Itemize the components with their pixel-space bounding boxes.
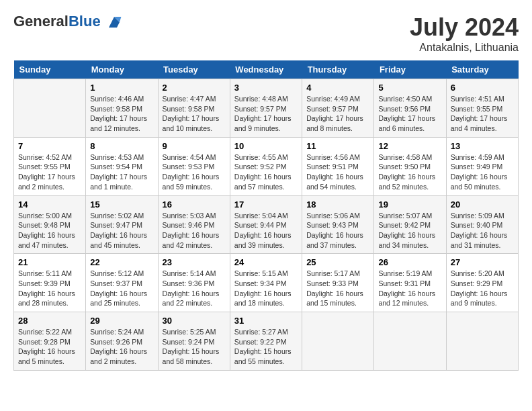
day-cell: 10Sunrise: 4:55 AMSunset: 9:52 PMDayligh… (230, 137, 302, 195)
day-info: Sunrise: 5:06 AMSunset: 9:43 PMDaylight:… (306, 211, 369, 250)
day-cell: 18Sunrise: 5:06 AMSunset: 9:43 PMDayligh… (302, 195, 374, 254)
day-info: Sunrise: 4:46 AMSunset: 9:58 PMDaylight:… (90, 94, 153, 134)
day-number: 20 (451, 199, 514, 210)
day-number: 21 (18, 257, 81, 267)
day-number: 1 (90, 83, 153, 93)
day-cell: 1Sunrise: 4:46 AMSunset: 9:58 PMDaylight… (86, 79, 158, 138)
day-cell: 13Sunrise: 4:59 AMSunset: 9:49 PMDayligh… (446, 137, 518, 195)
day-cell: 20Sunrise: 5:09 AMSunset: 9:40 PMDayligh… (446, 195, 518, 254)
day-header-sunday: Sunday (14, 60, 86, 79)
day-number: 5 (378, 83, 441, 93)
day-number: 26 (378, 257, 441, 267)
day-info: Sunrise: 5:09 AMSunset: 9:40 PMDaylight:… (451, 211, 514, 250)
day-header-friday: Friday (374, 60, 446, 79)
day-number: 22 (90, 257, 153, 267)
title-block: July 2024 Antakalnis, Lithuania (410, 13, 519, 54)
day-cell: 11Sunrise: 4:56 AMSunset: 9:51 PMDayligh… (302, 137, 374, 195)
day-cell: 24Sunrise: 5:15 AMSunset: 9:34 PMDayligh… (230, 254, 302, 312)
day-header-monday: Monday (86, 60, 158, 79)
day-number: 23 (163, 257, 226, 267)
day-number: 4 (306, 83, 369, 93)
subtitle: Antakalnis, Lithuania (410, 42, 519, 54)
day-number: 15 (90, 199, 153, 210)
day-number: 3 (234, 83, 298, 93)
day-number: 10 (234, 141, 298, 151)
day-cell: 6Sunrise: 4:51 AMSunset: 9:55 PMDaylight… (446, 79, 518, 138)
day-info: Sunrise: 5:24 AMSunset: 9:26 PMDaylight:… (90, 327, 153, 367)
day-info: Sunrise: 4:53 AMSunset: 9:54 PMDaylight:… (90, 152, 153, 192)
day-number: 17 (234, 199, 298, 210)
day-number: 6 (451, 83, 514, 93)
day-info: Sunrise: 4:47 AMSunset: 9:58 PMDaylight:… (163, 94, 226, 134)
week-row-2: 7Sunrise: 4:52 AMSunset: 9:55 PMDaylight… (14, 137, 519, 195)
day-cell: 12Sunrise: 4:58 AMSunset: 9:50 PMDayligh… (374, 137, 446, 195)
day-number: 24 (234, 257, 298, 267)
day-cell: 31Sunrise: 5:27 AMSunset: 9:22 PMDayligh… (230, 312, 302, 371)
week-row-1: 1Sunrise: 4:46 AMSunset: 9:58 PMDaylight… (14, 79, 519, 138)
day-cell: 15Sunrise: 5:02 AMSunset: 9:47 PMDayligh… (86, 195, 158, 254)
day-cell: 25Sunrise: 5:17 AMSunset: 9:33 PMDayligh… (302, 254, 374, 312)
day-cell: 17Sunrise: 5:04 AMSunset: 9:44 PMDayligh… (230, 195, 302, 254)
day-number: 9 (163, 141, 226, 151)
day-info: Sunrise: 5:02 AMSunset: 9:47 PMDaylight:… (90, 211, 153, 250)
day-info: Sunrise: 4:54 AMSunset: 9:53 PMDaylight:… (163, 152, 226, 192)
day-info: Sunrise: 4:55 AMSunset: 9:52 PMDaylight:… (234, 152, 298, 192)
day-info: Sunrise: 4:48 AMSunset: 9:57 PMDaylight:… (234, 94, 298, 134)
day-info: Sunrise: 5:14 AMSunset: 9:36 PMDaylight:… (163, 269, 226, 308)
day-header-thursday: Thursday (302, 60, 374, 79)
day-info: Sunrise: 5:04 AMSunset: 9:44 PMDaylight:… (234, 211, 298, 250)
day-number: 30 (163, 316, 226, 326)
calendar-table: SundayMondayTuesdayWednesdayThursdayFrid… (13, 60, 519, 371)
day-info: Sunrise: 5:00 AMSunset: 9:48 PMDaylight:… (18, 211, 81, 250)
day-cell: 21Sunrise: 5:11 AMSunset: 9:39 PMDayligh… (14, 254, 86, 312)
day-cell: 23Sunrise: 5:14 AMSunset: 9:36 PMDayligh… (158, 254, 230, 312)
day-info: Sunrise: 4:50 AMSunset: 9:56 PMDaylight:… (378, 94, 441, 134)
day-info: Sunrise: 5:22 AMSunset: 9:28 PMDaylight:… (18, 327, 81, 367)
day-cell: 3Sunrise: 4:48 AMSunset: 9:57 PMDaylight… (230, 79, 302, 138)
day-number: 11 (306, 141, 369, 151)
day-number: 2 (163, 83, 226, 93)
logo-icon (106, 14, 122, 30)
day-number: 19 (378, 199, 441, 210)
week-row-3: 14Sunrise: 5:00 AMSunset: 9:48 PMDayligh… (14, 195, 519, 254)
day-cell (374, 312, 446, 371)
day-cell: 16Sunrise: 5:03 AMSunset: 9:46 PMDayligh… (158, 195, 230, 254)
day-cell: 29Sunrise: 5:24 AMSunset: 9:26 PMDayligh… (86, 312, 158, 371)
week-row-5: 28Sunrise: 5:22 AMSunset: 9:28 PMDayligh… (14, 312, 519, 371)
logo: GeneralBlue (13, 13, 122, 30)
day-header-wednesday: Wednesday (230, 60, 302, 79)
day-cell: 8Sunrise: 4:53 AMSunset: 9:54 PMDaylight… (86, 137, 158, 195)
day-number: 27 (451, 257, 514, 267)
week-row-4: 21Sunrise: 5:11 AMSunset: 9:39 PMDayligh… (14, 254, 519, 312)
day-info: Sunrise: 5:15 AMSunset: 9:34 PMDaylight:… (234, 269, 298, 308)
day-cell (14, 79, 86, 138)
day-info: Sunrise: 4:56 AMSunset: 9:51 PMDaylight:… (306, 152, 369, 192)
day-cell: 5Sunrise: 4:50 AMSunset: 9:56 PMDaylight… (374, 79, 446, 138)
day-cell: 9Sunrise: 4:54 AMSunset: 9:53 PMDaylight… (158, 137, 230, 195)
day-number: 18 (306, 199, 369, 210)
day-cell: 7Sunrise: 4:52 AMSunset: 9:55 PMDaylight… (14, 137, 86, 195)
logo-general-text: General (13, 13, 69, 30)
main-title: July 2024 (410, 13, 519, 42)
day-number: 31 (234, 316, 298, 326)
day-info: Sunrise: 4:52 AMSunset: 9:55 PMDaylight:… (18, 152, 81, 192)
day-number: 7 (18, 141, 81, 151)
day-cell: 2Sunrise: 4:47 AMSunset: 9:58 PMDaylight… (158, 79, 230, 138)
page-header: GeneralBlue July 2024 Antakalnis, Lithua… (13, 13, 519, 54)
day-info: Sunrise: 4:51 AMSunset: 9:55 PMDaylight:… (451, 94, 514, 134)
day-number: 25 (306, 257, 369, 267)
day-cell (302, 312, 374, 371)
day-info: Sunrise: 5:27 AMSunset: 9:22 PMDaylight:… (234, 327, 298, 367)
header-row: SundayMondayTuesdayWednesdayThursdayFrid… (14, 60, 519, 79)
day-info: Sunrise: 5:03 AMSunset: 9:46 PMDaylight:… (163, 211, 226, 250)
day-cell: 19Sunrise: 5:07 AMSunset: 9:42 PMDayligh… (374, 195, 446, 254)
day-number: 29 (90, 316, 153, 326)
day-header-saturday: Saturday (446, 60, 518, 79)
day-info: Sunrise: 5:17 AMSunset: 9:33 PMDaylight:… (306, 269, 369, 308)
day-header-tuesday: Tuesday (158, 60, 230, 79)
day-cell: 26Sunrise: 5:19 AMSunset: 9:31 PMDayligh… (374, 254, 446, 312)
day-cell: 30Sunrise: 5:25 AMSunset: 9:24 PMDayligh… (158, 312, 230, 371)
day-number: 8 (90, 141, 153, 151)
day-number: 12 (378, 141, 441, 151)
day-number: 28 (18, 316, 81, 326)
